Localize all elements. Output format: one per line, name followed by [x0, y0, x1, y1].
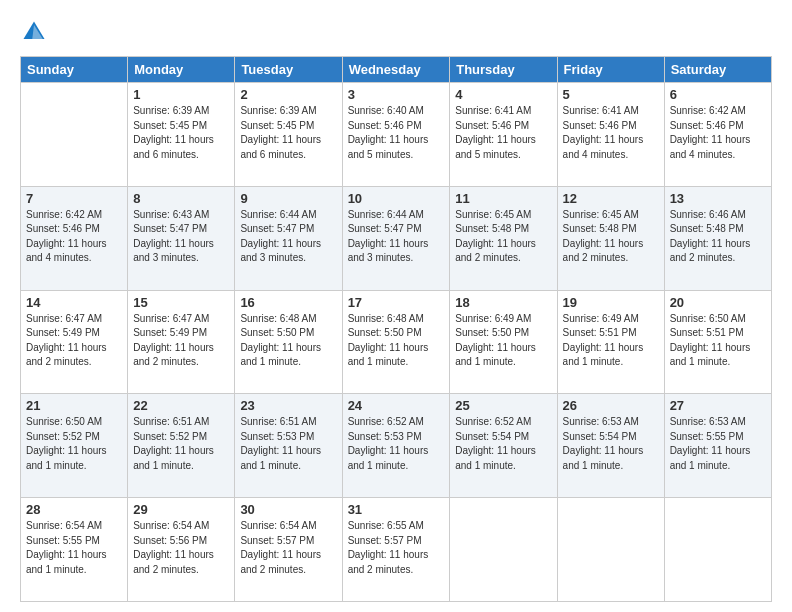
calendar-cell: 9Sunrise: 6:44 AM Sunset: 5:47 PM Daylig… — [235, 186, 342, 290]
calendar-cell: 17Sunrise: 6:48 AM Sunset: 5:50 PM Dayli… — [342, 290, 450, 394]
day-number: 14 — [26, 295, 122, 310]
calendar-cell: 18Sunrise: 6:49 AM Sunset: 5:50 PM Dayli… — [450, 290, 557, 394]
calendar-header-saturday: Saturday — [664, 57, 771, 83]
day-info: Sunrise: 6:53 AM Sunset: 5:54 PM Dayligh… — [563, 415, 659, 473]
day-info: Sunrise: 6:42 AM Sunset: 5:46 PM Dayligh… — [670, 104, 766, 162]
day-number: 30 — [240, 502, 336, 517]
calendar-cell: 2Sunrise: 6:39 AM Sunset: 5:45 PM Daylig… — [235, 83, 342, 187]
calendar-cell: 15Sunrise: 6:47 AM Sunset: 5:49 PM Dayli… — [128, 290, 235, 394]
calendar-cell: 25Sunrise: 6:52 AM Sunset: 5:54 PM Dayli… — [450, 394, 557, 498]
calendar-page: SundayMondayTuesdayWednesdayThursdayFrid… — [0, 0, 792, 612]
day-info: Sunrise: 6:39 AM Sunset: 5:45 PM Dayligh… — [240, 104, 336, 162]
day-info: Sunrise: 6:50 AM Sunset: 5:52 PM Dayligh… — [26, 415, 122, 473]
day-info: Sunrise: 6:39 AM Sunset: 5:45 PM Dayligh… — [133, 104, 229, 162]
day-number: 18 — [455, 295, 551, 310]
calendar-cell: 28Sunrise: 6:54 AM Sunset: 5:55 PM Dayli… — [21, 498, 128, 602]
day-number: 26 — [563, 398, 659, 413]
calendar-cell: 26Sunrise: 6:53 AM Sunset: 5:54 PM Dayli… — [557, 394, 664, 498]
day-number: 9 — [240, 191, 336, 206]
day-info: Sunrise: 6:55 AM Sunset: 5:57 PM Dayligh… — [348, 519, 445, 577]
calendar-cell: 4Sunrise: 6:41 AM Sunset: 5:46 PM Daylig… — [450, 83, 557, 187]
day-info: Sunrise: 6:47 AM Sunset: 5:49 PM Dayligh… — [133, 312, 229, 370]
day-info: Sunrise: 6:49 AM Sunset: 5:50 PM Dayligh… — [455, 312, 551, 370]
day-number: 11 — [455, 191, 551, 206]
calendar-cell: 20Sunrise: 6:50 AM Sunset: 5:51 PM Dayli… — [664, 290, 771, 394]
day-info: Sunrise: 6:50 AM Sunset: 5:51 PM Dayligh… — [670, 312, 766, 370]
day-number: 4 — [455, 87, 551, 102]
day-info: Sunrise: 6:53 AM Sunset: 5:55 PM Dayligh… — [670, 415, 766, 473]
day-info: Sunrise: 6:54 AM Sunset: 5:55 PM Dayligh… — [26, 519, 122, 577]
day-number: 15 — [133, 295, 229, 310]
calendar-cell: 10Sunrise: 6:44 AM Sunset: 5:47 PM Dayli… — [342, 186, 450, 290]
calendar-cell: 24Sunrise: 6:52 AM Sunset: 5:53 PM Dayli… — [342, 394, 450, 498]
calendar-cell: 27Sunrise: 6:53 AM Sunset: 5:55 PM Dayli… — [664, 394, 771, 498]
day-number: 31 — [348, 502, 445, 517]
day-number: 6 — [670, 87, 766, 102]
calendar-cell: 30Sunrise: 6:54 AM Sunset: 5:57 PM Dayli… — [235, 498, 342, 602]
calendar-header-monday: Monday — [128, 57, 235, 83]
day-number: 25 — [455, 398, 551, 413]
logo — [20, 18, 52, 46]
day-number: 3 — [348, 87, 445, 102]
day-info: Sunrise: 6:48 AM Sunset: 5:50 PM Dayligh… — [240, 312, 336, 370]
day-number: 28 — [26, 502, 122, 517]
day-info: Sunrise: 6:47 AM Sunset: 5:49 PM Dayligh… — [26, 312, 122, 370]
day-number: 27 — [670, 398, 766, 413]
day-info: Sunrise: 6:41 AM Sunset: 5:46 PM Dayligh… — [455, 104, 551, 162]
day-info: Sunrise: 6:54 AM Sunset: 5:57 PM Dayligh… — [240, 519, 336, 577]
calendar-cell: 3Sunrise: 6:40 AM Sunset: 5:46 PM Daylig… — [342, 83, 450, 187]
day-info: Sunrise: 6:44 AM Sunset: 5:47 PM Dayligh… — [240, 208, 336, 266]
day-number: 2 — [240, 87, 336, 102]
day-number: 10 — [348, 191, 445, 206]
day-info: Sunrise: 6:45 AM Sunset: 5:48 PM Dayligh… — [455, 208, 551, 266]
calendar-cell: 11Sunrise: 6:45 AM Sunset: 5:48 PM Dayli… — [450, 186, 557, 290]
calendar-cell — [557, 498, 664, 602]
day-info: Sunrise: 6:51 AM Sunset: 5:53 PM Dayligh… — [240, 415, 336, 473]
day-number: 8 — [133, 191, 229, 206]
calendar-header-sunday: Sunday — [21, 57, 128, 83]
calendar-week-4: 28Sunrise: 6:54 AM Sunset: 5:55 PM Dayli… — [21, 498, 772, 602]
day-info: Sunrise: 6:44 AM Sunset: 5:47 PM Dayligh… — [348, 208, 445, 266]
day-number: 29 — [133, 502, 229, 517]
calendar-header-tuesday: Tuesday — [235, 57, 342, 83]
day-number: 23 — [240, 398, 336, 413]
header — [20, 18, 772, 46]
calendar-cell: 29Sunrise: 6:54 AM Sunset: 5:56 PM Dayli… — [128, 498, 235, 602]
calendar-week-2: 14Sunrise: 6:47 AM Sunset: 5:49 PM Dayli… — [21, 290, 772, 394]
calendar-cell: 12Sunrise: 6:45 AM Sunset: 5:48 PM Dayli… — [557, 186, 664, 290]
day-info: Sunrise: 6:43 AM Sunset: 5:47 PM Dayligh… — [133, 208, 229, 266]
day-info: Sunrise: 6:42 AM Sunset: 5:46 PM Dayligh… — [26, 208, 122, 266]
day-number: 22 — [133, 398, 229, 413]
calendar-cell: 1Sunrise: 6:39 AM Sunset: 5:45 PM Daylig… — [128, 83, 235, 187]
calendar-header-wednesday: Wednesday — [342, 57, 450, 83]
calendar-cell: 21Sunrise: 6:50 AM Sunset: 5:52 PM Dayli… — [21, 394, 128, 498]
day-number: 20 — [670, 295, 766, 310]
day-info: Sunrise: 6:45 AM Sunset: 5:48 PM Dayligh… — [563, 208, 659, 266]
calendar-cell: 5Sunrise: 6:41 AM Sunset: 5:46 PM Daylig… — [557, 83, 664, 187]
calendar-cell: 13Sunrise: 6:46 AM Sunset: 5:48 PM Dayli… — [664, 186, 771, 290]
day-number: 16 — [240, 295, 336, 310]
day-info: Sunrise: 6:52 AM Sunset: 5:53 PM Dayligh… — [348, 415, 445, 473]
calendar-week-1: 7Sunrise: 6:42 AM Sunset: 5:46 PM Daylig… — [21, 186, 772, 290]
calendar-header-row: SundayMondayTuesdayWednesdayThursdayFrid… — [21, 57, 772, 83]
day-info: Sunrise: 6:49 AM Sunset: 5:51 PM Dayligh… — [563, 312, 659, 370]
calendar-cell — [21, 83, 128, 187]
logo-icon — [20, 18, 48, 46]
calendar-table: SundayMondayTuesdayWednesdayThursdayFrid… — [20, 56, 772, 602]
calendar-cell: 7Sunrise: 6:42 AM Sunset: 5:46 PM Daylig… — [21, 186, 128, 290]
calendar-cell — [450, 498, 557, 602]
calendar-header-friday: Friday — [557, 57, 664, 83]
day-number: 5 — [563, 87, 659, 102]
calendar-cell: 31Sunrise: 6:55 AM Sunset: 5:57 PM Dayli… — [342, 498, 450, 602]
day-number: 1 — [133, 87, 229, 102]
day-number: 7 — [26, 191, 122, 206]
calendar-cell: 22Sunrise: 6:51 AM Sunset: 5:52 PM Dayli… — [128, 394, 235, 498]
calendar-week-0: 1Sunrise: 6:39 AM Sunset: 5:45 PM Daylig… — [21, 83, 772, 187]
calendar-cell: 14Sunrise: 6:47 AM Sunset: 5:49 PM Dayli… — [21, 290, 128, 394]
calendar-week-3: 21Sunrise: 6:50 AM Sunset: 5:52 PM Dayli… — [21, 394, 772, 498]
calendar-cell: 8Sunrise: 6:43 AM Sunset: 5:47 PM Daylig… — [128, 186, 235, 290]
day-info: Sunrise: 6:46 AM Sunset: 5:48 PM Dayligh… — [670, 208, 766, 266]
day-info: Sunrise: 6:52 AM Sunset: 5:54 PM Dayligh… — [455, 415, 551, 473]
day-number: 21 — [26, 398, 122, 413]
day-number: 24 — [348, 398, 445, 413]
